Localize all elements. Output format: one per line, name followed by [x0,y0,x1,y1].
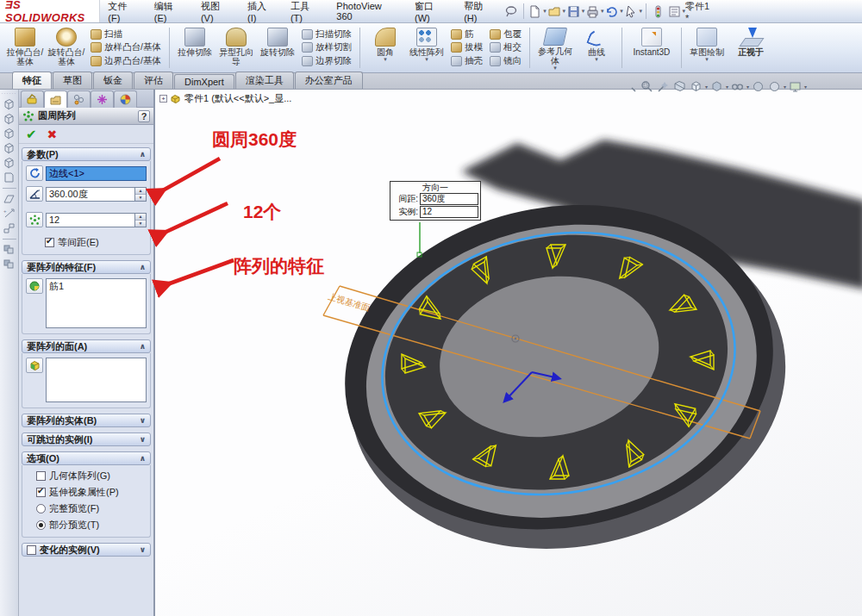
tab-dimxpert-manager[interactable] [91,90,114,108]
propagate-visual-checkbox[interactable] [36,488,46,497]
mirror-button[interactable]: 镜向 [488,55,523,68]
instant3d-button[interactable]: Instant3D [627,25,677,71]
view-cube-icon[interactable] [3,128,16,140]
select-cursor-icon[interactable] [624,4,639,19]
view-orientation-caret[interactable]: ▾ [705,84,708,90]
angle-spinner[interactable]: ▲▼ [134,188,146,201]
tab-feature-manager[interactable] [21,90,44,108]
lofted-boss-button[interactable]: 放样凸台/基体 [89,41,163,54]
help-button[interactable]: ? [138,110,150,122]
options-header[interactable]: 选项(O) ∧ [22,451,151,465]
select-caret[interactable]: ▾ [640,8,643,15]
draft-button[interactable]: 拔模 [449,41,484,54]
boundary-boss-button[interactable]: 边界凸台/基体 [89,55,163,68]
tab-property-manager[interactable] [44,90,67,109]
swept-boss-button[interactable]: 扫描 [89,28,163,40]
faces-list[interactable] [46,358,147,402]
tab-display-manager[interactable] [114,90,137,108]
tab-evaluate[interactable]: 评估 [134,72,173,89]
sketch-button[interactable]: 草图绘制 ▾ [686,25,728,71]
fillet-button[interactable]: 圆角 ▾ [365,25,406,71]
menu-tools[interactable]: 工具(T) [283,0,328,22]
undo-icon[interactable] [605,4,620,19]
tab-configuration-manager[interactable] [67,90,91,108]
hide-show-caret[interactable]: ▾ [746,84,749,90]
view-cube-icon[interactable] [3,142,16,154]
sketch-plane-icon[interactable] [3,193,16,205]
ok-button[interactable]: ✔ [26,127,37,142]
wrap-button[interactable]: 包覆 [488,28,523,40]
tab-render-tools[interactable]: 渲染工具 [235,72,294,89]
undo-caret[interactable]: ▾ [620,8,623,15]
view-settings-caret[interactable]: ▾ [804,84,807,90]
save-caret[interactable]: ▾ [582,8,585,15]
pattern-axis-field[interactable]: 边线<1> [46,166,147,181]
rebuild-icon[interactable] [651,4,665,19]
features-header[interactable]: 要阵列的特征(F) ∧ [22,260,151,274]
pattern-angle-field[interactable]: 360.00度 ▲▼ [46,187,147,202]
boss-extrude-button[interactable]: 拉伸凸台/基体 [4,25,46,71]
linear-pattern-button[interactable]: 线性阵列 ▾ [406,25,447,71]
menu-file[interactable]: 文件(F) [100,0,146,22]
view-cube-icon[interactable] [3,157,16,169]
axis-icon[interactable]: + [3,208,16,220]
intersect-button[interactable]: 相交 [488,41,523,54]
vary-instances-checkbox[interactable] [27,545,36,555]
pattern-tool-icon[interactable] [3,244,16,256]
hole-wizard-button[interactable]: 异型孔向导 [216,25,257,71]
print-caret[interactable]: ▾ [601,8,604,15]
tab-dimxpert[interactable]: DimXpert [174,74,234,89]
lofted-cut-button[interactable]: 放样切割 [300,41,353,54]
mate-icon[interactable] [3,222,16,234]
rib-button[interactable]: 筋 [449,28,484,40]
apply-scene-caret[interactable]: ▾ [784,84,786,90]
count-spinner[interactable]: ▲▼ [134,214,146,227]
features-list-item[interactable]: 筋1 [49,280,143,293]
reference-geometry-button[interactable]: 参考几何体 ▾ [534,25,576,71]
geometry-pattern-checkbox[interactable] [36,471,46,481]
lasso-select-icon[interactable] [504,4,519,19]
graphics-area[interactable]: + 零件1 (默认<<默认>_显... ▾ ▾ ▾ ▾ [155,90,862,616]
open-caret[interactable]: ▾ [563,8,566,15]
parameters-header[interactable]: 参数(P) ∧ [22,147,151,161]
open-document-icon[interactable] [547,4,562,19]
tab-features[interactable]: 特征 [12,72,52,89]
faces-header[interactable]: 要阵列的面(A) ∧ [22,339,151,353]
tab-sketch[interactable]: 草图 [53,72,92,89]
menu-edit[interactable]: 编辑(E) [147,0,193,22]
full-preview-radio[interactable] [36,504,46,513]
shell-button[interactable]: 抽壳 [449,55,484,68]
extruded-cut-button[interactable]: 拉伸切除 [174,25,216,71]
bodies-header[interactable]: 要阵列的实体(B) ∨ [22,414,151,427]
view-sheet-icon[interactable] [3,171,16,184]
print-icon[interactable] [585,4,600,19]
features-list[interactable]: 筋1 [46,278,147,328]
new-caret[interactable]: ▾ [543,8,547,15]
menu-photoview[interactable]: PhotoView 360 [328,0,407,22]
instance-count-field[interactable]: 12 ▲▼ [46,213,147,227]
tab-office-products[interactable]: 办公室产品 [295,72,363,89]
cancel-button[interactable]: ✖ [47,128,58,141]
view-cube-icon[interactable] [3,98,16,110]
new-document-icon[interactable] [528,4,543,19]
save-icon[interactable] [566,4,581,19]
swept-cut-button[interactable]: 扫描切除 [300,28,353,40]
instances-value[interactable]: 12 [420,206,478,218]
pattern-tool-icon[interactable] [3,258,16,271]
equal-spacing-checkbox[interactable] [45,238,54,247]
menu-window[interactable]: 窗口(W) [407,0,456,22]
toolbar-grip[interactable]: ······ [2,91,17,96]
normal-to-button[interactable]: 正视于 [728,25,774,71]
skip-header[interactable]: 可跳过的实例(I) ∨ [22,432,151,446]
partial-preview-radio[interactable] [36,520,46,530]
revolve-boss-button[interactable]: 旋转凸台/基体 [46,25,87,71]
options-icon[interactable] [667,4,682,19]
boundary-cut-button[interactable]: 边界切除 [300,55,353,68]
curves-button[interactable]: 曲线 ▾ [576,25,617,71]
menu-insert[interactable]: 插入(I) [240,0,283,22]
display-style-caret[interactable]: ▾ [726,84,728,90]
tab-sheetmetal[interactable]: 钣金 [93,72,133,89]
spacing-value[interactable]: 360度 [420,193,478,205]
menu-help[interactable]: 帮助(H) [456,0,503,22]
pattern-callout[interactable]: 方向一 间距: 360度 实例: 12 [390,181,481,221]
